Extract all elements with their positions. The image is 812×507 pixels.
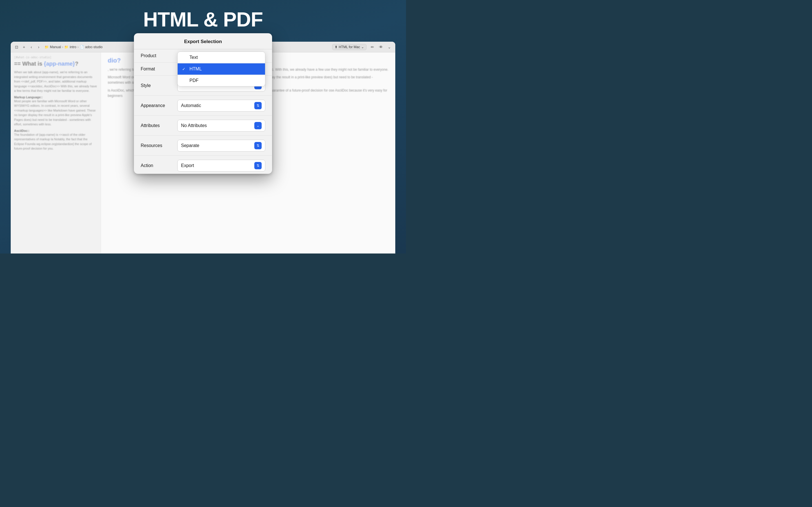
appearance-chevron: ⇅	[254, 102, 262, 109]
attributes-value: No Attributes	[181, 123, 207, 128]
style-label: Style	[141, 83, 177, 88]
format-html-label: HTML	[190, 66, 202, 71]
resources-value: Separate	[181, 143, 199, 148]
modal-title: Export Selection	[134, 33, 272, 49]
resources-label: Resources	[141, 143, 177, 148]
action-chevron: ⇅	[254, 162, 262, 169]
action-control: Export ⇅	[177, 160, 265, 172]
appearance-select[interactable]: Automatic ⇅	[177, 100, 265, 112]
format-option-pdf[interactable]: PDF	[177, 75, 265, 86]
resources-row: Resources Separate ⇅	[134, 136, 272, 156]
resources-chevron: ⇅	[254, 142, 262, 149]
action-label: Action	[141, 163, 177, 168]
format-pdf-label: PDF	[190, 78, 199, 83]
check-mark-html: ✓	[182, 67, 187, 71]
action-select[interactable]: Export ⇅	[177, 160, 265, 172]
appearance-value: Automatic	[181, 103, 201, 108]
attributes-select[interactable]: No Attributes ⌄	[177, 120, 265, 131]
action-row: Action Export ⇅	[134, 156, 272, 174]
resources-select[interactable]: Separate ⇅	[177, 140, 265, 152]
product-label: Product	[141, 53, 177, 58]
appearance-label: Appearance	[141, 103, 177, 108]
format-row: Format Text ✓ HTML PDF	[134, 62, 272, 76]
format-text-label: Text	[190, 55, 198, 60]
attributes-chevron: ⌄	[254, 122, 262, 129]
format-option-html[interactable]: ✓ HTML	[177, 63, 265, 75]
appearance-row: Appearance Automatic ⇅	[134, 96, 272, 116]
attributes-row: Attributes No Attributes ⌄	[134, 116, 272, 136]
attributes-control: No Attributes ⌄	[177, 120, 265, 131]
resources-control: Separate ⇅	[177, 140, 265, 152]
attributes-label: Attributes	[141, 123, 177, 128]
format-dropdown[interactable]: Text ✓ HTML PDF	[177, 52, 265, 87]
modal-overlay: Export Selection Product Like Preview Fo…	[0, 0, 406, 253]
appearance-control: Automatic ⇅	[177, 100, 265, 112]
export-modal: Export Selection Product Like Preview Fo…	[134, 33, 272, 174]
format-label: Format	[141, 66, 177, 71]
format-option-text[interactable]: Text	[177, 52, 265, 63]
action-value: Export	[181, 163, 194, 168]
